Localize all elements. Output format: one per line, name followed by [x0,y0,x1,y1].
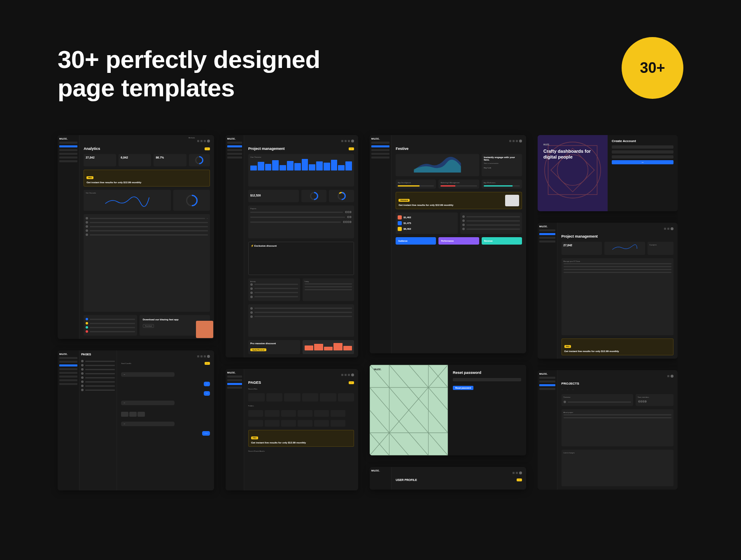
thumb-title: Festive [396,147,522,151]
brand-logo: MUZE. [371,138,389,140]
promo-banner[interactable]: PRO Get instant live results for only $1… [562,338,673,355]
action-button[interactable]: ··· [349,147,354,150]
ring-chart-icon [195,156,203,164]
thumb-festive[interactable]: MUZE. Festive [370,135,526,353]
promo-banner[interactable]: PREMIUM Get instant live results for onl… [396,192,522,209]
action-button[interactable]: ··· [349,381,354,384]
thumb-title: Analytics [84,147,100,151]
thumb-pages-files[interactable]: MUZE. PAGES ··· Recent Files Folders [226,369,358,490]
reset-password-button[interactable]: Reset password [453,386,473,390]
brand-logo: MUZE. [539,225,555,228]
brand-logo: MUZE. [59,353,77,355]
line-chart-icon [86,194,169,207]
password-field[interactable] [453,378,521,381]
bar-chart-icon [250,158,352,170]
thumb-user-profile[interactable]: MUZE. USER PROFILE ··· [370,467,526,490]
action-button[interactable]: ··· [205,362,210,365]
ring-chart-icon [310,192,318,200]
hero-title-line1: 30+ perfectly designed [58,46,320,73]
thumb-reset-password[interactable]: MUZE. Reset password Reset password [370,365,526,455]
area-chart-icon [398,156,477,173]
thumb-title: Project management [562,234,673,238]
donut-chart-icon [186,195,198,206]
template-gallery: MUZE. Analytics ··· 27,042 6,042 86.7% [58,135,696,490]
name-field[interactable] [612,145,673,149]
illustration-icon [505,195,519,206]
thumb-project-management[interactable]: MUZE. Project management ··· User Overvi… [226,135,358,357]
email-field[interactable] [612,150,673,154]
brand-logo: MUZE. [227,138,242,140]
download-button[interactable]: Download [143,324,154,328]
action-button[interactable]: ··· [205,147,210,150]
ring-chart-icon [338,192,346,200]
thumb-projects-detail[interactable]: MUZE. PROJECTS ········· Overview [538,370,678,490]
illustration-icon [196,321,213,338]
count-badge: 30+ [622,37,683,99]
promo-banner[interactable]: PRO Get instant live results for only $1… [84,170,210,187]
brand-logo: MUZE. [59,138,77,140]
pattern-icon [538,135,608,205]
apply-discount-button[interactable]: Apply Discount [250,348,266,351]
promo-banner[interactable]: PRO Get instant live results for only $1… [248,430,354,447]
signup-button[interactable]: ··· [612,160,673,164]
form-title: Reset password [453,371,521,375]
hero-title: 30+ perfectly designed page templates [58,45,320,102]
pattern-icon [370,365,448,455]
action-button[interactable]: ··· [517,478,522,481]
thumb-title: PROJECTS [562,382,673,385]
thumb-title: Project management [248,147,285,151]
bar-chart-icon [305,342,352,350]
hero-title-line2: page templates [58,74,235,102]
thumb-title: PAGES [248,380,261,385]
brand-logo: MUZE. [227,371,242,374]
thumb-analytics[interactable]: MUZE. Analytics ··· 27,042 6,042 86.7% [58,135,214,339]
thumb-title: USER PROFILE [396,478,417,481]
thumb-project-management-2[interactable]: MUZE. Project management 27,042 6 projec… [538,223,678,359]
thumb-pages-chat[interactable]: MUZE. PAGES [58,350,214,490]
password-field[interactable] [612,155,673,159]
brand-logo: MUZE. [539,373,555,375]
thumb-create-account[interactable]: MUZE. Crafty dashboards for digital peop… [538,135,678,211]
form-title: Create Account [612,139,673,143]
